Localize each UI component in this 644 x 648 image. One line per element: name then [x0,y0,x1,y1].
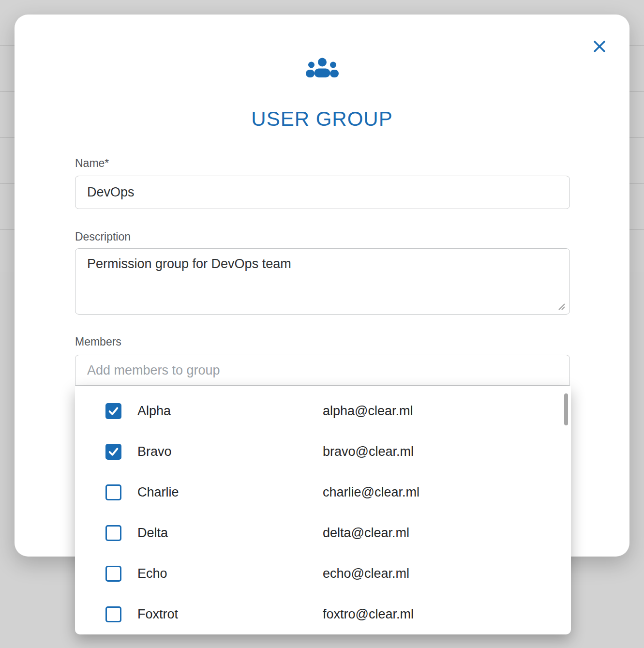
member-row[interactable]: Foxtrot foxtro@clear.ml [75,594,571,634]
member-row[interactable]: Bravo bravo@clear.ml [75,431,571,472]
member-email: charlie@clear.ml [323,485,419,500]
member-email: delta@clear.ml [323,526,409,541]
description-label: Description [75,230,131,243]
user-group-icon [15,56,629,81]
member-name: Delta [137,526,168,541]
member-email: alpha@clear.ml [323,404,413,419]
scrollbar-thumb[interactable] [564,393,568,425]
name-input[interactable] [75,176,570,209]
description-textarea[interactable]: Permission group for DevOps team [75,248,570,315]
member-row[interactable]: Delta delta@clear.ml [75,512,571,553]
members-label: Members [75,335,121,348]
member-checkbox[interactable] [105,566,121,582]
member-checkbox[interactable] [105,444,121,460]
description-field-wrap: Permission group for DevOps team [75,248,570,315]
dialog-title: USER GROUP [15,107,629,131]
members-dropdown: Alpha alpha@clear.ml Bravo bravo@clear.m… [75,386,571,634]
member-checkbox[interactable] [105,403,121,419]
member-email: echo@clear.ml [323,566,409,581]
member-email: foxtro@clear.ml [323,607,414,622]
member-checkbox[interactable] [105,484,121,500]
member-email: bravo@clear.ml [323,444,414,459]
close-icon[interactable] [591,38,608,55]
member-name: Echo [137,566,167,581]
member-checkbox[interactable] [105,525,121,541]
member-row[interactable]: Echo echo@clear.ml [75,553,571,594]
member-name: Alpha [137,404,171,419]
add-members-input[interactable] [75,355,570,386]
member-name: Charlie [137,485,179,500]
member-row[interactable]: Charlie charlie@clear.ml [75,472,571,512]
name-label: Name* [75,157,109,170]
member-name: Foxtrot [137,607,178,622]
member-row[interactable]: Alpha alpha@clear.ml [75,391,571,431]
member-name: Bravo [137,444,172,459]
member-checkbox[interactable] [105,606,121,622]
